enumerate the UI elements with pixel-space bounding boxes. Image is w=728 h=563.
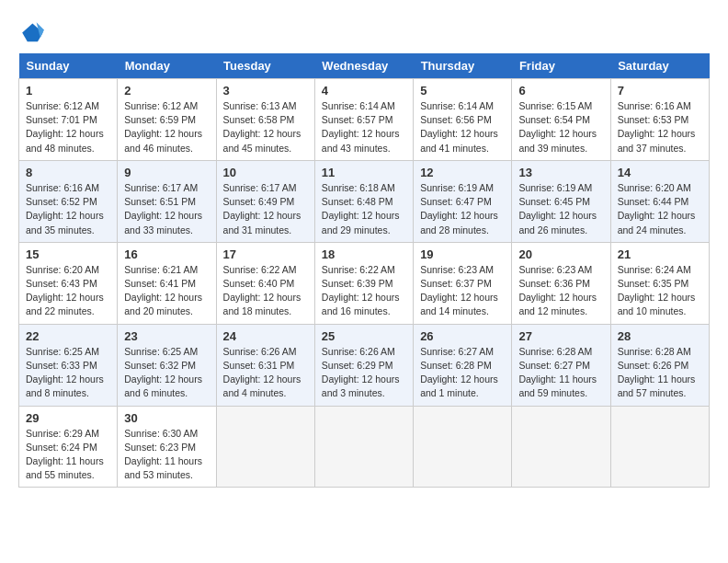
calendar-cell: 26Sunrise: 6:27 AMSunset: 6:28 PMDayligh… — [414, 324, 512, 406]
day-number: 4 — [322, 84, 406, 98]
calendar-cell: 14Sunrise: 6:20 AMSunset: 6:44 PMDayligh… — [610, 160, 709, 242]
cell-content: Sunrise: 6:13 AMSunset: 6:58 PMDaylight:… — [223, 99, 308, 155]
calendar-cell: 9Sunrise: 6:17 AMSunset: 6:51 PMDaylight… — [118, 160, 216, 242]
calendar-cell: 20Sunrise: 6:23 AMSunset: 6:36 PMDayligh… — [512, 242, 610, 324]
calendar-cell: 17Sunrise: 6:22 AMSunset: 6:40 PMDayligh… — [216, 242, 314, 324]
calendar-week-row: 29Sunrise: 6:29 AMSunset: 6:24 PMDayligh… — [19, 406, 710, 488]
day-number: 8 — [26, 166, 110, 179]
calendar-cell: 16Sunrise: 6:21 AMSunset: 6:41 PMDayligh… — [118, 242, 216, 324]
cell-content: Sunrise: 6:17 AMSunset: 6:51 PMDaylight:… — [124, 181, 209, 237]
calendar-cell: 24Sunrise: 6:26 AMSunset: 6:31 PMDayligh… — [216, 324, 314, 406]
calendar-cell — [314, 406, 413, 488]
calendar-cell: 4Sunrise: 6:14 AMSunset: 6:57 PMDaylight… — [314, 79, 413, 161]
day-number: 17 — [223, 247, 308, 261]
cell-content: Sunrise: 6:12 AMSunset: 7:01 PMDaylight:… — [26, 99, 110, 155]
calendar-cell: 10Sunrise: 6:17 AMSunset: 6:49 PMDayligh… — [216, 160, 314, 242]
day-number: 25 — [322, 329, 406, 343]
calendar-cell: 23Sunrise: 6:25 AMSunset: 6:32 PMDayligh… — [118, 324, 216, 406]
cell-content: Sunrise: 6:15 AMSunset: 6:54 PMDaylight:… — [518, 99, 603, 155]
day-number: 7 — [618, 84, 702, 98]
cell-content: Sunrise: 6:14 AMSunset: 6:56 PMDaylight:… — [420, 99, 505, 155]
cell-content: Sunrise: 6:21 AMSunset: 6:41 PMDaylight:… — [124, 263, 209, 319]
calendar-cell: 19Sunrise: 6:23 AMSunset: 6:37 PMDayligh… — [414, 242, 512, 324]
day-number: 24 — [223, 329, 308, 343]
day-number: 21 — [618, 247, 702, 261]
calendar-cell — [414, 406, 512, 488]
day-of-week-header: Saturday — [610, 53, 709, 79]
calendar-cell: 25Sunrise: 6:26 AMSunset: 6:29 PMDayligh… — [314, 324, 413, 406]
cell-content: Sunrise: 6:23 AMSunset: 6:37 PMDaylight:… — [420, 263, 505, 319]
day-number: 26 — [420, 329, 505, 343]
day-number: 12 — [420, 166, 505, 179]
cell-content: Sunrise: 6:16 AMSunset: 6:52 PMDaylight:… — [26, 181, 110, 237]
day-of-week-header: Friday — [512, 53, 610, 79]
cell-content: Sunrise: 6:22 AMSunset: 6:40 PMDaylight:… — [223, 263, 308, 319]
cell-content: Sunrise: 6:16 AMSunset: 6:53 PMDaylight:… — [618, 99, 702, 155]
calendar-week-row: 8Sunrise: 6:16 AMSunset: 6:52 PMDaylight… — [19, 160, 710, 242]
cell-content: Sunrise: 6:28 AMSunset: 6:26 PMDaylight:… — [618, 345, 702, 401]
day-of-week-header: Monday — [118, 53, 216, 79]
cell-content: Sunrise: 6:19 AMSunset: 6:47 PMDaylight:… — [420, 181, 505, 237]
cell-content: Sunrise: 6:26 AMSunset: 6:31 PMDaylight:… — [223, 345, 308, 401]
calendar-cell — [512, 406, 610, 488]
day-number: 10 — [223, 166, 308, 179]
cell-content: Sunrise: 6:28 AMSunset: 6:27 PMDaylight:… — [518, 345, 603, 401]
calendar-cell: 5Sunrise: 6:14 AMSunset: 6:56 PMDaylight… — [414, 79, 512, 161]
day-of-week-header: Sunday — [19, 53, 118, 79]
calendar-header: SundayMondayTuesdayWednesdayThursdayFrid… — [19, 53, 710, 79]
day-number: 29 — [26, 411, 110, 425]
day-number: 27 — [518, 329, 603, 343]
cell-content: Sunrise: 6:17 AMSunset: 6:49 PMDaylight:… — [223, 181, 308, 237]
cell-content: Sunrise: 6:19 AMSunset: 6:45 PMDaylight:… — [518, 181, 603, 237]
cell-content: Sunrise: 6:20 AMSunset: 6:44 PMDaylight:… — [618, 181, 702, 237]
day-number: 13 — [518, 166, 603, 179]
cell-content: Sunrise: 6:22 AMSunset: 6:39 PMDaylight:… — [322, 263, 406, 319]
day-number: 3 — [223, 84, 308, 98]
day-number: 6 — [518, 84, 603, 98]
cell-content: Sunrise: 6:25 AMSunset: 6:33 PMDaylight:… — [26, 345, 110, 401]
day-number: 15 — [26, 247, 110, 261]
cell-content: Sunrise: 6:23 AMSunset: 6:36 PMDaylight:… — [518, 263, 603, 319]
cell-content: Sunrise: 6:20 AMSunset: 6:43 PMDaylight:… — [26, 263, 110, 319]
cell-content: Sunrise: 6:29 AMSunset: 6:24 PMDaylight:… — [26, 427, 110, 483]
page-header — [18, 18, 710, 44]
cell-content: Sunrise: 6:12 AMSunset: 6:59 PMDaylight:… — [124, 99, 209, 155]
cell-content: Sunrise: 6:24 AMSunset: 6:35 PMDaylight:… — [618, 263, 702, 319]
calendar-week-row: 22Sunrise: 6:25 AMSunset: 6:33 PMDayligh… — [19, 324, 710, 406]
calendar-week-row: 1Sunrise: 6:12 AMSunset: 7:01 PMDaylight… — [19, 79, 710, 161]
day-number: 22 — [26, 329, 110, 343]
day-number: 16 — [124, 247, 209, 261]
calendar-table: SundayMondayTuesdayWednesdayThursdayFrid… — [18, 53, 710, 488]
calendar-cell — [610, 406, 709, 488]
calendar-cell: 13Sunrise: 6:19 AMSunset: 6:45 PMDayligh… — [512, 160, 610, 242]
calendar-cell: 12Sunrise: 6:19 AMSunset: 6:47 PMDayligh… — [414, 160, 512, 242]
calendar-cell: 1Sunrise: 6:12 AMSunset: 7:01 PMDaylight… — [19, 79, 118, 161]
day-number: 2 — [124, 84, 209, 98]
day-number: 20 — [518, 247, 603, 261]
cell-content: Sunrise: 6:25 AMSunset: 6:32 PMDaylight:… — [124, 345, 209, 401]
day-number: 14 — [618, 166, 702, 179]
calendar-cell: 28Sunrise: 6:28 AMSunset: 6:26 PMDayligh… — [610, 324, 709, 406]
day-number: 1 — [26, 84, 110, 98]
calendar-cell: 6Sunrise: 6:15 AMSunset: 6:54 PMDaylight… — [512, 79, 610, 161]
day-number: 28 — [618, 329, 702, 343]
calendar-cell: 18Sunrise: 6:22 AMSunset: 6:39 PMDayligh… — [314, 242, 413, 324]
calendar-cell: 29Sunrise: 6:29 AMSunset: 6:24 PMDayligh… — [19, 406, 118, 488]
logo-icon — [18, 18, 44, 44]
cell-content: Sunrise: 6:18 AMSunset: 6:48 PMDaylight:… — [322, 181, 406, 237]
calendar-cell: 11Sunrise: 6:18 AMSunset: 6:48 PMDayligh… — [314, 160, 413, 242]
logo — [18, 18, 48, 44]
day-of-week-header: Thursday — [414, 53, 512, 79]
day-of-week-header: Tuesday — [216, 53, 314, 79]
day-number: 18 — [322, 247, 406, 261]
calendar-cell: 27Sunrise: 6:28 AMSunset: 6:27 PMDayligh… — [512, 324, 610, 406]
calendar-cell: 3Sunrise: 6:13 AMSunset: 6:58 PMDaylight… — [216, 79, 314, 161]
calendar-cell: 15Sunrise: 6:20 AMSunset: 6:43 PMDayligh… — [19, 242, 118, 324]
day-number: 9 — [124, 166, 209, 179]
calendar-week-row: 15Sunrise: 6:20 AMSunset: 6:43 PMDayligh… — [19, 242, 710, 324]
calendar-cell: 21Sunrise: 6:24 AMSunset: 6:35 PMDayligh… — [610, 242, 709, 324]
cell-content: Sunrise: 6:14 AMSunset: 6:57 PMDaylight:… — [322, 99, 406, 155]
cell-content: Sunrise: 6:30 AMSunset: 6:23 PMDaylight:… — [124, 427, 209, 483]
calendar-cell: 30Sunrise: 6:30 AMSunset: 6:23 PMDayligh… — [118, 406, 216, 488]
day-of-week-header: Wednesday — [314, 53, 413, 79]
